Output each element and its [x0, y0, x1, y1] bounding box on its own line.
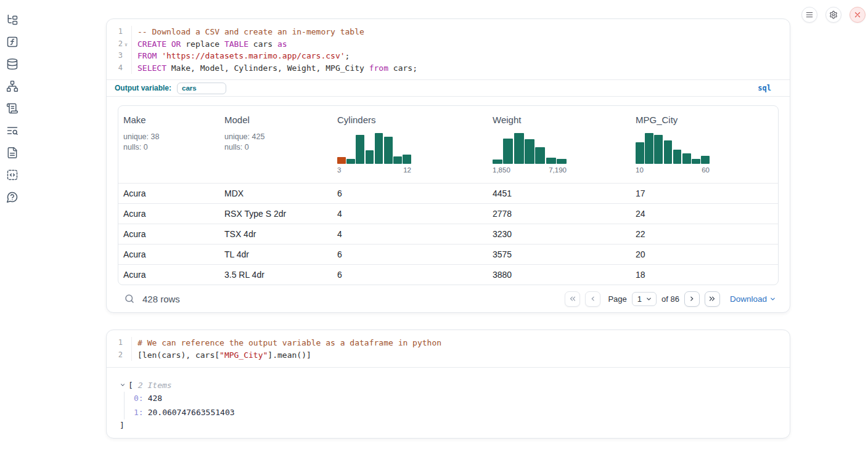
line-number: 2 — [107, 349, 132, 362]
menu-icon — [805, 10, 814, 19]
notebook-menu-button[interactable] — [801, 7, 817, 23]
cell-make: Acura — [118, 249, 219, 259]
data-table: Makeunique: 38nulls: 0Modelunique: 425nu… — [118, 105, 779, 285]
histogram-bar — [503, 139, 513, 164]
histogram-cylinders: 312 — [337, 133, 411, 174]
sidebar-item-scratchpad[interactable] — [6, 102, 18, 115]
column-label[interactable]: Cylinders — [337, 115, 483, 125]
download-label: Download — [730, 294, 767, 304]
page-select[interactable]: 1 — [632, 292, 657, 306]
settings-button[interactable] — [825, 7, 841, 23]
list-item-value: 428 — [148, 394, 162, 403]
cell-make: Acura — [118, 229, 219, 239]
code-line[interactable]: 1# We can reference the output variable … — [107, 337, 790, 349]
column-label[interactable]: MPG_City — [636, 115, 773, 125]
table-row[interactable]: AcuraTL 4dr6357520 — [118, 244, 778, 264]
column-header-mpg_city: MPG_City1060 — [631, 106, 778, 183]
search-icon — [124, 293, 135, 304]
python-code-editor[interactable]: 1# We can reference the output variable … — [107, 330, 790, 368]
column-header-weight: Weight1,8507,190 — [488, 106, 631, 183]
chevron-down-icon — [645, 296, 652, 302]
table-row[interactable]: AcuraTSX 4dr4323022 — [118, 224, 778, 244]
axis-min-label: 3 — [337, 166, 341, 174]
sidebar-item-datasources[interactable] — [6, 58, 18, 70]
column-header-cylinders: Cylinders312 — [332, 106, 488, 183]
file-tree-icon — [6, 14, 18, 26]
histogram-bar — [673, 150, 682, 164]
sidebar-item-variables[interactable] — [6, 36, 18, 48]
line-number: 2∨ — [107, 38, 132, 51]
histogram-bar — [525, 139, 534, 164]
histogram-bar — [636, 142, 644, 164]
code-line[interactable]: 3FROM 'https://datasets.marimo.app/cars.… — [107, 50, 790, 62]
text-search-icon — [6, 124, 18, 137]
histogram-bar — [356, 135, 364, 164]
histogram-bar — [664, 140, 673, 164]
column-label[interactable]: Model — [224, 115, 327, 125]
cell-mpg_city: 17 — [631, 188, 778, 198]
cell-model: RSX Type S 2dr — [219, 209, 332, 219]
column-stats: unique: 38nulls: 0 — [123, 132, 215, 152]
histogram-bar — [557, 159, 567, 164]
marimo-notebook: 1-- Download a CSV and create an in-memo… — [0, 0, 868, 449]
list-item-value: 20.060747663551403 — [148, 408, 235, 417]
code-line[interactable]: 4SELECT Make, Model, Cylinders, Weight, … — [107, 62, 790, 75]
previous-page-button[interactable] — [585, 291, 600, 307]
table-row[interactable]: AcuraMDX6445117 — [118, 183, 778, 203]
cell-model: TL 4dr — [219, 249, 332, 259]
shutdown-button[interactable] — [850, 7, 866, 23]
histogram-bar — [393, 156, 402, 164]
sidebar-item-file-explorer[interactable] — [6, 14, 18, 26]
cell-mpg_city: 24 — [631, 209, 778, 219]
axis-min-label: 1,850 — [493, 166, 510, 174]
list-close-bracket: ] — [120, 419, 790, 432]
chevron-left-icon — [589, 294, 597, 303]
cell-model: 3.5 RL 4dr — [219, 270, 332, 280]
collapse-chevron-icon[interactable] — [120, 382, 126, 388]
axis-min-label: 10 — [636, 166, 644, 174]
cell-weight: 3575 — [488, 249, 631, 259]
table-search-button[interactable] — [124, 293, 135, 304]
code-text: FROM 'https://datasets.marimo.app/cars.c… — [132, 50, 350, 62]
pagination: Page 1 of 86 Download — [565, 291, 776, 307]
next-page-button[interactable] — [684, 291, 700, 307]
table-body: AcuraMDX6445117AcuraRSX Type S 2dr427782… — [118, 183, 778, 285]
cell-mpg_city: 22 — [631, 229, 778, 239]
line-number: 4 — [107, 62, 132, 75]
column-label[interactable]: Make — [123, 115, 215, 125]
histogram-bar — [375, 133, 383, 164]
sidebar-item-snippets[interactable] — [6, 169, 18, 181]
code-line[interactable]: 2[len(cars), cars["MPG_City"].mean()] — [107, 349, 790, 362]
cell-weight: 2778 — [488, 209, 631, 219]
sidebar-item-dependencies[interactable] — [6, 80, 18, 92]
histogram-bar — [682, 153, 691, 164]
last-page-button[interactable] — [705, 291, 720, 307]
fold-chevron-icon[interactable]: ∨ — [123, 38, 129, 51]
first-page-button[interactable] — [565, 291, 580, 307]
sidebar-item-documentation[interactable] — [6, 147, 18, 159]
list-open-bracket: [ — [128, 381, 133, 390]
download-button[interactable]: Download — [730, 294, 776, 304]
table-row[interactable]: Acura3.5 RL 4dr6388018 — [118, 264, 778, 285]
histogram-bar — [645, 133, 653, 164]
sql-code-editor[interactable]: 1-- Download a CSV and create an in-memo… — [107, 19, 790, 79]
list-item-index: 1: — [134, 408, 144, 417]
code-line[interactable]: 1-- Download a CSV and create an in-memo… — [107, 26, 790, 38]
cell-mpg_city: 20 — [631, 249, 778, 259]
output-variable-input[interactable] — [177, 83, 226, 94]
scroll-icon — [6, 102, 18, 115]
sidebar-item-logs[interactable] — [6, 124, 18, 137]
page-select-value: 1 — [637, 294, 642, 304]
line-number: 1 — [107, 26, 132, 38]
table-row[interactable]: AcuraRSX Type S 2dr4277824 — [118, 203, 778, 224]
histogram-bar — [337, 157, 346, 164]
table-header-row: Makeunique: 38nulls: 0Modelunique: 425nu… — [118, 106, 778, 183]
code-line[interactable]: 2∨CREATE OR replace TABLE cars as — [107, 38, 790, 51]
output-list-item: 0:428 — [134, 392, 790, 406]
sidebar-item-help[interactable] — [6, 191, 18, 203]
cell-make: Acura — [118, 188, 219, 198]
histogram-bar — [384, 137, 393, 164]
column-header-make: Makeunique: 38nulls: 0 — [118, 106, 219, 183]
line-number: 3 — [107, 50, 132, 62]
column-label[interactable]: Weight — [493, 115, 626, 125]
